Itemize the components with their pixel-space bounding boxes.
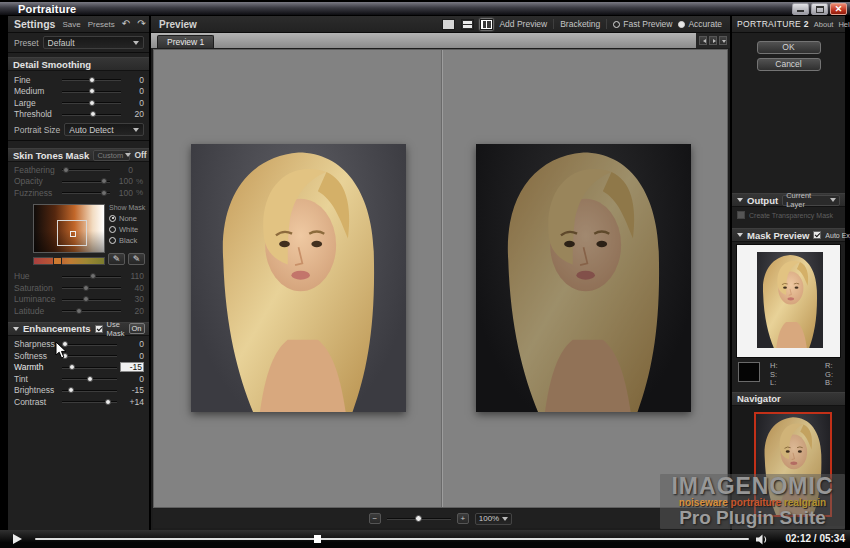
play-icon[interactable] (13, 534, 22, 544)
show-mask-option-black[interactable]: Black (109, 235, 147, 246)
layout-single-pane-icon[interactable] (442, 19, 455, 30)
tab-scroll-right-icon[interactable] (709, 36, 717, 45)
save-button[interactable]: Save (62, 20, 80, 29)
radio-icon (109, 237, 116, 244)
zoom-slider[interactable] (387, 514, 451, 523)
brightness-slider[interactable] (62, 386, 117, 395)
mask-preset-value: Custom (97, 151, 123, 160)
close-button[interactable]: ✕ (830, 3, 847, 15)
about-link[interactable]: About (814, 20, 834, 29)
show-mask-option-none[interactable]: None (109, 213, 147, 224)
zoom-out-button[interactable]: − (369, 513, 381, 524)
hue-slider[interactable] (62, 272, 121, 281)
preview-title: Preview (159, 19, 197, 30)
seek-handle[interactable] (314, 535, 321, 543)
contrast-slider[interactable] (62, 397, 117, 406)
collapse-triangle-icon[interactable] (737, 198, 743, 202)
mask-preset-dropdown[interactable]: Custom (93, 150, 130, 161)
minimize-button[interactable] (792, 3, 809, 15)
sharpness-slider[interactable] (62, 340, 117, 349)
luminance-slider[interactable] (62, 295, 121, 304)
presets-button[interactable]: Presets (88, 20, 115, 29)
tab-menu-icon[interactable] (719, 36, 727, 45)
preview-image-original[interactable] (476, 144, 691, 412)
hue-marker[interactable] (53, 257, 62, 265)
slider-row-contrast: Contrast +14 (8, 396, 149, 408)
output-dropdown[interactable]: Current Layer (782, 195, 840, 206)
video-player-bar: 02:12 / 05:34 (0, 530, 850, 548)
pane-divider[interactable] (441, 50, 442, 507)
slider-label: Softness (14, 351, 59, 361)
zoom-level-dropdown[interactable]: 100% (475, 513, 512, 525)
ok-button[interactable]: OK (757, 41, 821, 54)
fine-slider[interactable] (62, 75, 121, 84)
fast-preview-radio[interactable]: Fast Preview (613, 19, 672, 29)
warmth-slider[interactable] (62, 363, 117, 372)
warmth-value-input[interactable]: -15 (120, 362, 144, 372)
cancel-button[interactable]: Cancel (757, 58, 821, 71)
latitude-slider[interactable] (62, 306, 121, 315)
settings-title: Settings (14, 18, 55, 30)
threshold-slider[interactable] (62, 110, 121, 119)
slider-handle[interactable] (69, 364, 75, 370)
auto-expand-checkbox[interactable] (813, 231, 821, 239)
slider-handle[interactable] (101, 190, 107, 196)
softness-slider[interactable] (62, 351, 117, 360)
medium-slider[interactable] (62, 87, 121, 96)
slider-value: 40 (124, 283, 144, 293)
bracketing-button[interactable]: Bracketing (560, 19, 600, 29)
saturation-slider[interactable] (62, 283, 121, 292)
use-mask-checkbox[interactable] (95, 325, 103, 333)
slider-value: 0 (124, 75, 144, 85)
redo-icon[interactable]: ↷ (137, 19, 145, 29)
slider-handle[interactable] (101, 178, 107, 184)
slider-handle[interactable] (89, 100, 95, 106)
large-slider[interactable] (62, 98, 121, 107)
slider-handle[interactable] (90, 111, 96, 117)
slider-handle[interactable] (76, 308, 82, 314)
restore-button[interactable] (811, 3, 828, 15)
slider-handle[interactable] (68, 387, 74, 393)
portrait-size-dropdown[interactable]: Auto Detect (64, 123, 144, 136)
slider-row-threshold: Threshold 20 (8, 109, 149, 121)
tab-scroll-left-icon[interactable] (699, 36, 707, 45)
color-selection-rect[interactable] (57, 220, 87, 246)
preset-dropdown[interactable]: Default (43, 36, 144, 49)
collapse-triangle-icon[interactable] (737, 233, 743, 237)
layout-split-vertical-icon[interactable] (480, 19, 493, 30)
slider-handle[interactable] (89, 77, 95, 83)
collapse-triangle-icon[interactable] (13, 327, 19, 331)
seek-bar[interactable] (35, 538, 749, 540)
hue-strip[interactable] (33, 257, 105, 265)
eyedropper-add-button[interactable]: ✎ (108, 253, 125, 265)
transparency-mask-checkbox[interactable] (737, 211, 745, 219)
slider-handle[interactable] (83, 296, 89, 302)
slider-handle[interactable] (87, 376, 93, 382)
tint-slider[interactable] (62, 374, 117, 383)
fuzziness-slider[interactable] (62, 188, 110, 197)
eyedropper-subtract-button[interactable]: ✎ (128, 253, 145, 265)
slider-value: 0 (124, 98, 144, 108)
show-mask-option-white[interactable]: White (109, 224, 147, 235)
color-gradient-box[interactable] (33, 204, 105, 253)
slider-handle[interactable] (105, 399, 111, 405)
enhancements-on-toggle[interactable]: On (129, 323, 145, 334)
add-preview-button[interactable]: Add Preview (499, 19, 547, 29)
opacity-slider[interactable] (62, 177, 110, 186)
layout-split-horizontal-icon[interactable] (461, 19, 474, 30)
slider-handle[interactable] (90, 273, 96, 279)
preview-image-enhanced[interactable] (191, 144, 406, 412)
undo-icon[interactable]: ↶ (122, 19, 130, 29)
feathering-slider[interactable] (62, 165, 110, 174)
mask-off-toggle[interactable]: Off (134, 150, 146, 160)
slider-handle[interactable] (83, 285, 89, 291)
slider-handle[interactable] (63, 167, 69, 173)
help-link[interactable]: Help (838, 20, 850, 29)
tab-preview-1[interactable]: Preview 1 (157, 35, 214, 48)
zoom-in-button[interactable]: + (457, 513, 469, 524)
slider-handle[interactable] (89, 88, 95, 94)
slider-row-latitude: Latitude 20 (8, 305, 149, 317)
zoom-slider-handle[interactable] (415, 515, 422, 522)
speaker-icon[interactable] (756, 534, 769, 545)
accurate-radio[interactable]: Accurate (678, 19, 722, 29)
